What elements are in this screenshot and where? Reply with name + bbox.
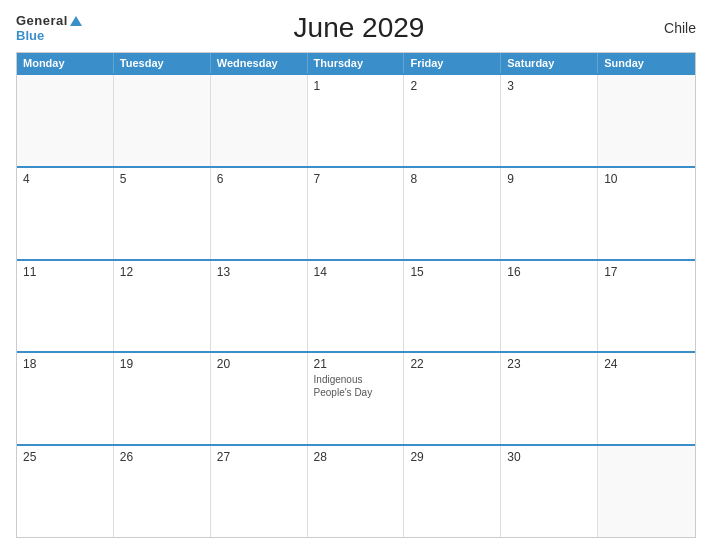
cell-w1-sun (598, 75, 695, 166)
cell-w3-tue: 12 (114, 261, 211, 352)
day-17: 17 (604, 265, 689, 279)
cell-w2-thu: 7 (308, 168, 405, 259)
cell-w3-mon: 11 (17, 261, 114, 352)
logo-blue-text: Blue (16, 28, 82, 43)
day-15: 15 (410, 265, 494, 279)
day-5: 5 (120, 172, 204, 186)
week-3: 11 12 13 14 15 16 17 (17, 259, 695, 352)
day-6: 6 (217, 172, 301, 186)
cell-w4-mon: 18 (17, 353, 114, 444)
day-23: 23 (507, 357, 591, 371)
day-22: 22 (410, 357, 494, 371)
logo-general-text: General (16, 13, 68, 28)
col-monday: Monday (17, 53, 114, 73)
day-10: 10 (604, 172, 689, 186)
day-8: 8 (410, 172, 494, 186)
day-3: 3 (507, 79, 591, 93)
col-thursday: Thursday (308, 53, 405, 73)
cell-w1-thu: 1 (308, 75, 405, 166)
cell-w2-sat: 9 (501, 168, 598, 259)
calendar-header: Monday Tuesday Wednesday Thursday Friday… (17, 53, 695, 73)
page: General Blue June 2029 Chile Monday Tues… (0, 0, 712, 550)
cell-w2-tue: 5 (114, 168, 211, 259)
cell-w2-sun: 10 (598, 168, 695, 259)
logo-triangle-icon (70, 16, 82, 26)
week-1: 1 2 3 (17, 73, 695, 166)
day-19: 19 (120, 357, 204, 371)
cell-w1-mon (17, 75, 114, 166)
cell-w1-fri: 2 (404, 75, 501, 166)
cell-w5-mon: 25 (17, 446, 114, 537)
day-24: 24 (604, 357, 689, 371)
day-12: 12 (120, 265, 204, 279)
day-20: 20 (217, 357, 301, 371)
cell-w5-thu: 28 (308, 446, 405, 537)
cell-w5-tue: 26 (114, 446, 211, 537)
cell-w1-sat: 3 (501, 75, 598, 166)
cell-w2-fri: 8 (404, 168, 501, 259)
day-30: 30 (507, 450, 591, 464)
cell-w4-sat: 23 (501, 353, 598, 444)
day-7: 7 (314, 172, 398, 186)
day-11: 11 (23, 265, 107, 279)
cell-w3-thu: 14 (308, 261, 405, 352)
cell-w4-sun: 24 (598, 353, 695, 444)
day-29: 29 (410, 450, 494, 464)
col-saturday: Saturday (501, 53, 598, 73)
week-5: 25 26 27 28 29 30 (17, 444, 695, 537)
day-2: 2 (410, 79, 494, 93)
cell-w2-wed: 6 (211, 168, 308, 259)
cell-w2-mon: 4 (17, 168, 114, 259)
cell-w1-tue (114, 75, 211, 166)
cell-w3-sun: 17 (598, 261, 695, 352)
day-4: 4 (23, 172, 107, 186)
country-label: Chile (636, 20, 696, 36)
cell-w3-fri: 15 (404, 261, 501, 352)
event-indigenous-day: Indigenous People's Day (314, 374, 373, 398)
day-28: 28 (314, 450, 398, 464)
day-13: 13 (217, 265, 301, 279)
cell-w5-sat: 30 (501, 446, 598, 537)
day-25: 25 (23, 450, 107, 464)
cell-w5-wed: 27 (211, 446, 308, 537)
day-16: 16 (507, 265, 591, 279)
day-27: 27 (217, 450, 301, 464)
calendar: Monday Tuesday Wednesday Thursday Friday… (16, 52, 696, 538)
col-tuesday: Tuesday (114, 53, 211, 73)
col-wednesday: Wednesday (211, 53, 308, 73)
cell-w4-fri: 22 (404, 353, 501, 444)
week-2: 4 5 6 7 8 9 10 (17, 166, 695, 259)
col-sunday: Sunday (598, 53, 695, 73)
calendar-title: June 2029 (82, 12, 636, 44)
cell-w5-sun (598, 446, 695, 537)
cell-w3-sat: 16 (501, 261, 598, 352)
week-4: 18 19 20 21 Indigenous People's Day 22 2… (17, 351, 695, 444)
day-18: 18 (23, 357, 107, 371)
day-26: 26 (120, 450, 204, 464)
day-14: 14 (314, 265, 398, 279)
cell-w5-fri: 29 (404, 446, 501, 537)
day-21: 21 (314, 357, 398, 371)
day-9: 9 (507, 172, 591, 186)
cell-w1-wed (211, 75, 308, 166)
calendar-body: 1 2 3 4 5 6 (17, 73, 695, 537)
cell-w3-wed: 13 (211, 261, 308, 352)
logo: General Blue (16, 13, 82, 43)
cell-w4-tue: 19 (114, 353, 211, 444)
day-1: 1 (314, 79, 398, 93)
col-friday: Friday (404, 53, 501, 73)
header: General Blue June 2029 Chile (16, 12, 696, 44)
cell-w4-wed: 20 (211, 353, 308, 444)
cell-w4-thu: 21 Indigenous People's Day (308, 353, 405, 444)
